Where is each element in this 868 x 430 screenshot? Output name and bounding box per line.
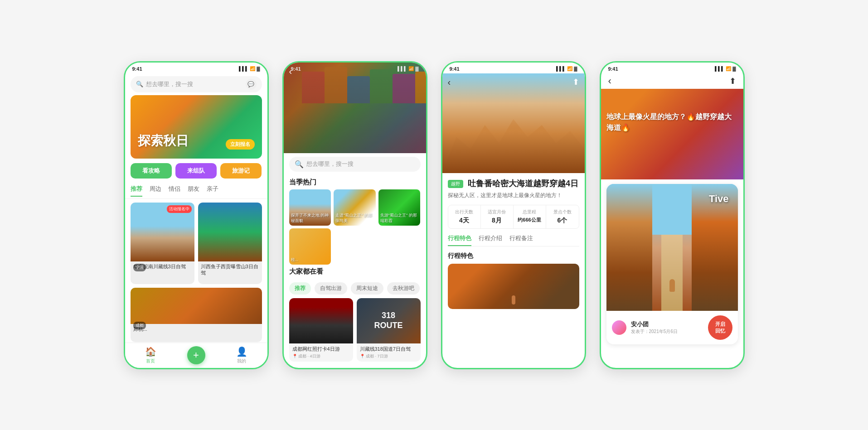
status-icons-4: ▌▌▌ 📶 ▓ bbox=[715, 66, 736, 71]
nav-home-label: 首页 bbox=[146, 358, 155, 364]
status-bar-1: 9:41 ▌▌▌ 📶 ▓ bbox=[125, 63, 267, 73]
wifi-icon-2: 📶 bbox=[408, 66, 414, 71]
story-card[interactable]: Tive 安小团 发表于：2021年5月6日 开启 回忆 bbox=[606, 184, 738, 344]
phone-1: 9:41 ▌▌▌ 📶 ▓ 🔍 想去哪里，搜一搜 💬 探索秋日 立刻报名 看攻略 … bbox=[124, 61, 269, 369]
stat-spots: 景点个数 6个 bbox=[546, 205, 579, 228]
status-icons-2: ▌▌▌ 📶 ▓ bbox=[398, 66, 419, 71]
search-icon-2: 🔍 bbox=[295, 160, 304, 169]
time-1: 9:41 bbox=[132, 66, 142, 72]
tabs-row-1: 推荐 周边 情侣 朋友 亲子 bbox=[125, 183, 267, 199]
action-buttons: 看攻略 来组队 旅游记 bbox=[131, 163, 262, 179]
profile-icon: 👤 bbox=[236, 346, 247, 357]
detail-subtitle: 探秘无人区，这里才是地球上最像火星的地方！ bbox=[448, 192, 579, 199]
content-card-meta-1: 📍 成都 · 4日游 bbox=[292, 353, 350, 359]
status-icons-3: ▌▌▌ 📶 ▓ bbox=[556, 66, 577, 71]
detail-title: 吐鲁番哈密大海道越野穿越4日 bbox=[468, 179, 578, 188]
nav-publish-btn[interactable]: + bbox=[187, 346, 205, 364]
content-card-meta-2: 📍 成都 · 7日游 bbox=[360, 353, 417, 359]
card-map[interactable]: 川西鱼子西贡曝雪山3日自驾 bbox=[198, 203, 262, 284]
card-tibet[interactable]: 活动报名中 宁国 华东皖南川藏线3日自驾 bbox=[131, 203, 194, 284]
status-bar-3: 9:41 ▌▌▌ 📶 ▓ bbox=[442, 63, 585, 73]
signal-icon-2: ▌▌▌ bbox=[398, 66, 407, 71]
filter-weekend[interactable]: 周末短途 bbox=[351, 282, 383, 295]
feature-section-title: 行程特色 bbox=[448, 252, 579, 260]
action-btn-team[interactable]: 来组队 bbox=[175, 163, 217, 179]
stat-days: 出行天数 4天 bbox=[448, 205, 481, 228]
wifi-icon-3: 📶 bbox=[567, 66, 572, 71]
share-btn-3[interactable]: ⬆ bbox=[572, 77, 579, 87]
hot-item-1[interactable]: 探开了不来之地 的神秘面貌 bbox=[289, 189, 331, 226]
back-btn-4[interactable]: ‹ bbox=[608, 75, 611, 87]
wifi-icon-4: 📶 bbox=[726, 66, 731, 71]
tab-recommend[interactable]: 推荐 bbox=[131, 185, 142, 197]
tab-nearby[interactable]: 周边 bbox=[150, 185, 161, 197]
content-card-title-1: 成都网红照打卡4日游 bbox=[292, 346, 350, 352]
tab-friends[interactable]: 朋友 bbox=[188, 185, 199, 197]
hero-text-1: 探索秋日 bbox=[138, 132, 189, 150]
story-card-image: Tive bbox=[606, 184, 738, 311]
hot-item-label-2: 走进"蜀山之王" 的那抹纯美 bbox=[335, 213, 376, 223]
message-icon-1[interactable]: 💬 bbox=[246, 79, 257, 90]
search-placeholder-2: 想去哪里，搜一搜 bbox=[306, 160, 354, 168]
activity-badge: 活动报名中 bbox=[167, 205, 192, 213]
hot-item-3[interactable]: 先游"蜀山之王" 的那端彩霞 bbox=[378, 189, 421, 226]
battery-icon-3: ▓ bbox=[574, 66, 577, 71]
time-3: 9:41 bbox=[450, 66, 460, 72]
author-avatar bbox=[612, 320, 626, 335]
battery-icon: ▓ bbox=[257, 66, 260, 71]
hot-item-2[interactable]: 走进"蜀山之王" 的那抹纯美 bbox=[334, 189, 376, 226]
share-btn-4[interactable]: ⬆ bbox=[729, 76, 736, 86]
author-name: 安小团 bbox=[631, 320, 703, 329]
tab-couple[interactable]: 情侣 bbox=[169, 185, 180, 197]
hot-grid: 探开了不来之地 的神秘面貌 走进"蜀山之王" 的那抹纯美 先游"蜀山之王" 的那… bbox=[284, 189, 426, 265]
content-card-title-2: 川藏线318国道7日自驾 bbox=[360, 346, 417, 352]
story-hero-text: 地球上最像火星的地方？🔥越野穿越大海道🔥 bbox=[606, 111, 738, 133]
nav-profile[interactable]: 👤 我的 bbox=[236, 346, 247, 364]
section-hot: 当季热门 bbox=[284, 175, 426, 189]
tab-family[interactable]: 亲子 bbox=[207, 185, 218, 197]
start-memory-btn[interactable]: 开启 回忆 bbox=[708, 315, 732, 340]
author-date: 发表于：2021年5月6日 bbox=[631, 329, 703, 335]
back-btn-2[interactable]: ‹ bbox=[289, 66, 292, 77]
card-location-1: 宁国 bbox=[133, 264, 146, 271]
detail-hero: ‹ ⬆ bbox=[442, 73, 585, 173]
back-btn-3[interactable]: ‹ bbox=[448, 77, 451, 87]
nav-profile-label: 我的 bbox=[237, 358, 246, 364]
stats-row: 出行天数 4天 适宜月份 8月 总里程 约666公里 景点个数 6个 bbox=[448, 205, 579, 229]
battery-icon-2: ▓ bbox=[415, 66, 418, 71]
tag-badge: 越野 bbox=[448, 180, 463, 188]
content-card-hotpot[interactable]: 成都网红照打卡4日游 📍 成都 · 4日游 bbox=[289, 298, 353, 362]
card-title-2: 川西鱼子西贡曝雪山3日自驾 bbox=[198, 261, 262, 278]
signal-icon-3: ▌▌▌ bbox=[556, 66, 566, 71]
filter-driving[interactable]: 自驾出游 bbox=[315, 282, 347, 295]
search-bar-2[interactable]: 🔍 想去哪里，搜一搜 bbox=[289, 157, 421, 172]
hero-button-1[interactable]: 立刻报名 bbox=[226, 139, 255, 150]
nav-bar-4: ‹ ⬆ bbox=[601, 73, 743, 89]
detail-tab-feature[interactable]: 行程特色 bbox=[448, 234, 471, 246]
card-road[interactable]: 成都 郑杭... bbox=[131, 288, 262, 342]
tive-overlay: Tive bbox=[709, 193, 729, 205]
hero-colorful: 9:41 ▌▌▌ 📶 ▓ ‹ bbox=[284, 63, 426, 153]
status-icons-1: ▌▌▌ 📶 ▓ bbox=[239, 66, 260, 71]
filter-autumn[interactable]: 去秋游吧 bbox=[387, 282, 420, 295]
signal-icon: ▌▌▌ bbox=[239, 66, 248, 71]
nav-home[interactable]: 🏠 首页 bbox=[145, 346, 156, 364]
detail-tab-intro[interactable]: 行程介绍 bbox=[479, 234, 502, 246]
status-bar-2: 9:41 ▌▌▌ 📶 ▓ bbox=[284, 63, 426, 73]
stat-distance: 总里程 约666公里 bbox=[514, 205, 546, 228]
cards-grid-1: 活动报名中 宁国 华东皖南川藏线3日自驾 川西鱼子西贡曝雪山3日自驾 成都 郑杭… bbox=[125, 199, 267, 346]
hot-item-label-3: 先游"蜀山之王" 的那端彩霞 bbox=[380, 213, 421, 223]
search-icon-1: 🔍 bbox=[136, 81, 143, 87]
plus-icon: + bbox=[193, 349, 199, 361]
detail-content: 越野 吐鲁番哈密大海道越野穿越4日 探秘无人区，这里才是地球上最像火星的地方！ … bbox=[442, 173, 585, 314]
filter-recommend[interactable]: 推荐 bbox=[289, 282, 311, 295]
section-popular: 大家都在看 bbox=[284, 265, 426, 279]
detail-tab-notes[interactable]: 行程备注 bbox=[509, 234, 533, 246]
hot-item-label-1: 探开了不来之地 的神秘面貌 bbox=[291, 213, 331, 223]
search-bar-1[interactable]: 🔍 想去哪里，搜一搜 💬 bbox=[131, 76, 262, 92]
detail-tabs: 行程特色 行程介绍 行程备注 bbox=[448, 234, 579, 246]
content-card-318[interactable]: 318ROUTE 川藏线318国道7日自驾 📍 成都 · 7日游 bbox=[357, 298, 421, 362]
action-btn-strategy[interactable]: 看攻略 bbox=[131, 163, 172, 179]
hot-item-4[interactable]: 桂... bbox=[289, 228, 331, 265]
action-btn-journal[interactable]: 旅游记 bbox=[220, 163, 262, 179]
